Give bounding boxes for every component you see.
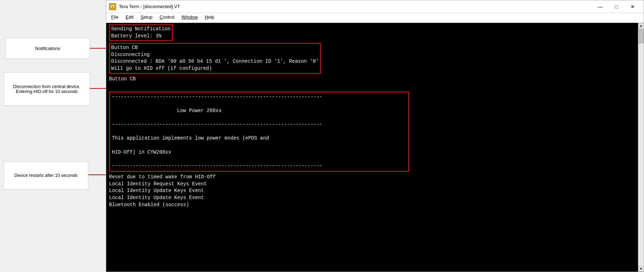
restart-arrow bbox=[88, 174, 108, 175]
scroll-track[interactable] bbox=[638, 29, 644, 266]
terminal-wrapper: Sending Notification Battery level: 3% B… bbox=[106, 23, 644, 272]
scroll-thumb[interactable] bbox=[639, 29, 644, 43]
annotations-panel: Notifications Disconnection from central… bbox=[0, 0, 106, 272]
menu-help[interactable]: Help bbox=[201, 14, 218, 22]
menu-control[interactable]: Control bbox=[156, 14, 178, 22]
maximize-button[interactable]: □ bbox=[608, 2, 625, 12]
terminal-line-disconnected: Disconnected : BDA '00 a0 50 b4 15 d1 ',… bbox=[111, 58, 319, 65]
notifications-label: Notifications bbox=[5, 38, 90, 59]
close-button[interactable]: ✕ bbox=[625, 2, 641, 12]
menu-file[interactable]: File bbox=[108, 14, 122, 22]
terminal-line-identity-upd1: Local Identity Update Keys Event bbox=[109, 187, 635, 194]
terminal-line-identity-upd2: Local Identity Update Keys Event bbox=[109, 194, 635, 202]
terminal-line-reset: Reset due to timed wake from HID-Off bbox=[109, 174, 635, 181]
app-icon: VT bbox=[109, 3, 116, 10]
terminal[interactable]: Sending Notification Battery level: 3% B… bbox=[106, 23, 638, 272]
main-window: VT Tera Term - [disconnected] VT — □ ✕ F… bbox=[106, 0, 644, 272]
title-bar: VT Tera Term - [disconnected] VT — □ ✕ bbox=[106, 0, 644, 13]
terminal-line-button-cb-2: Button CB bbox=[109, 76, 635, 83]
terminal-line-hid-off: Will go to HID off (if configured) bbox=[111, 65, 319, 72]
terminal-line-button-cb-1: Button CB bbox=[111, 44, 319, 51]
terminal-dashes-mid: ----------------------------------------… bbox=[112, 121, 406, 128]
menu-setup[interactable]: Setup bbox=[137, 14, 156, 22]
menu-bar: File Edit Setup Control Window Help bbox=[106, 13, 644, 23]
window-controls: — □ ✕ bbox=[592, 2, 641, 12]
menu-window[interactable]: Window bbox=[178, 14, 201, 22]
terminal-low-power-desc2: HID-Off) in CYW208xx bbox=[112, 149, 406, 156]
window-title: Tera Term - [disconnected] VT bbox=[119, 4, 592, 9]
terminal-line-bt-enabled: Bluetooth Enabled (success) bbox=[109, 202, 635, 209]
terminal-low-power-title: Low Power 208xx bbox=[112, 107, 406, 115]
scroll-up-button[interactable]: ▲ bbox=[638, 23, 644, 29]
terminal-line-identity-req: Local Identity Request Keys Event bbox=[109, 181, 635, 188]
minimize-button[interactable]: — bbox=[592, 2, 608, 12]
restart-label: Device restarts after 10 seconds bbox=[4, 161, 88, 190]
terminal-dashes-bot: ----------------------------------------… bbox=[112, 163, 406, 170]
scroll-down-button[interactable]: ▼ bbox=[638, 266, 644, 272]
terminal-line-notification: Sending Notification bbox=[111, 26, 170, 33]
scrollbar[interactable]: ▲ ▼ bbox=[638, 23, 644, 272]
terminal-low-power-desc1: This application implements low power mo… bbox=[112, 135, 406, 142]
menu-edit[interactable]: Edit bbox=[122, 14, 137, 22]
disconnection-label: Disconnection from central device. Enter… bbox=[4, 72, 90, 106]
terminal-line-battery: Battery level: 3% bbox=[111, 33, 170, 40]
terminal-dashes-top: ----------------------------------------… bbox=[112, 94, 406, 101]
terminal-line-disconnecting: Disconnecting bbox=[111, 51, 319, 58]
